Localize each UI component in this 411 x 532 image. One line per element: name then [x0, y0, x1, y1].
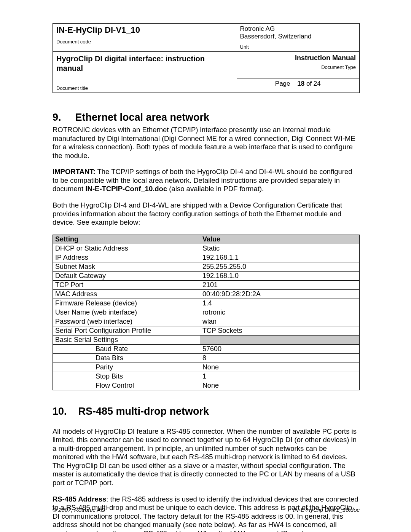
- table-row: MAC Address00:40:9D:28:2D:2A: [53, 289, 360, 299]
- indent-cell: [53, 372, 93, 381]
- setting-sub-name: Parity: [93, 363, 200, 372]
- document-code-label: Document code: [56, 39, 234, 45]
- setting-section-value: [200, 335, 359, 344]
- table-row: TCP Port2101: [53, 280, 360, 289]
- setting-value: 00:40:9D:28:2D:2A: [200, 289, 359, 299]
- section-9-para-3: Both the HygroClip DI-4 and DI-4-WL are …: [53, 201, 360, 227]
- table-row: IP Address192.168.1.1: [53, 253, 360, 262]
- settings-table: Setting Value DHCP or Static AddressStat…: [53, 235, 360, 390]
- table-row: DHCP or Static AddressStatic: [53, 244, 360, 253]
- important-doc-ref: IN-E-TCPIP-Conf_10.doc: [85, 185, 167, 193]
- document-type-label: Document Type: [240, 64, 356, 70]
- col-header-setting: Setting: [53, 235, 200, 244]
- setting-name: MAC Address: [53, 289, 200, 299]
- table-row: User Name (web interface)rotronic: [53, 308, 360, 317]
- setting-name: Subnet Mask: [53, 262, 200, 271]
- document-header-table: IN-E-HyClip DI-V1_10 Document code Rotro…: [53, 23, 360, 93]
- table-row: Firmware Release (device)1.4: [53, 299, 360, 308]
- setting-name: IP Address: [53, 253, 200, 262]
- setting-sub-value: None: [200, 381, 359, 390]
- setting-value: 192.168.1.1: [200, 253, 359, 262]
- section-9-para-1: ROTRONIC devices with an Ethernet (TCP/I…: [53, 126, 360, 160]
- company-location: Bassersdorf, Switzerland: [240, 33, 312, 40]
- col-header-value: Value: [200, 235, 359, 244]
- document-code: IN-E-HyClip DI-V1_10: [56, 25, 140, 35]
- important-label: IMPORTANT:: [53, 168, 96, 176]
- setting-value: 1.4: [200, 299, 359, 308]
- rs485-address-label: RS-485 Address: [53, 495, 106, 503]
- setting-sub-value: 8: [200, 353, 359, 363]
- setting-section-name: Basic Serial Settings: [53, 335, 200, 344]
- indent-cell: [53, 344, 93, 353]
- instruction-manual-label: Instruction Manual: [240, 54, 356, 62]
- setting-name: Password (web interface): [53, 317, 200, 326]
- table-sub-row: ParityNone: [53, 363, 360, 372]
- setting-value: TCP Sockets: [200, 326, 359, 335]
- setting-sub-name: Flow Control: [93, 381, 200, 390]
- table-sub-row: Flow ControlNone: [53, 381, 360, 390]
- section-10-para-1: All models of HygroClip DI feature a RS-…: [53, 427, 360, 487]
- company-name: Rotronic AG: [240, 25, 275, 32]
- document-title: HygroClip DI digital interface: instruct…: [56, 54, 205, 72]
- table-row: Password (web interface)wlan: [53, 317, 360, 326]
- table-section-row: Basic Serial Settings: [53, 335, 360, 344]
- setting-sub-value: 1: [200, 372, 359, 381]
- setting-value: 2101: [200, 280, 359, 289]
- indent-cell: [53, 363, 93, 372]
- setting-sub-value: 57600: [200, 344, 359, 353]
- setting-name: Serial Port Configuration Profile: [53, 326, 200, 335]
- setting-sub-name: Stop Bits: [93, 372, 200, 381]
- document-page: IN-E-HyClip DI-V1_10 Document code Rotro…: [0, 0, 411, 532]
- indent-cell: [53, 353, 93, 363]
- section-10-title: RS-485 multi-drop network: [78, 406, 209, 417]
- table-row: Subnet Mask255.255.255.0: [53, 262, 360, 271]
- section-10-address-para: RS-485 Address: the RS-485 address is us…: [53, 495, 360, 532]
- section-9-heading: 9. Ethernet local area network: [53, 112, 360, 123]
- setting-sub-name: Data Bits: [93, 353, 200, 363]
- footer-copyright: © 2007; Rotronic AG: [53, 506, 105, 513]
- setting-name: DHCP or Static Address: [53, 244, 200, 253]
- footer-filename: IN-E-HyClip DI-V1_10.doc: [293, 506, 360, 513]
- setting-value: Static: [200, 244, 359, 253]
- section-10-number: 10.: [53, 406, 75, 417]
- table-sub-row: Stop Bits1: [53, 372, 360, 381]
- table-sub-row: Data Bits8: [53, 353, 360, 363]
- setting-value: rotronic: [200, 308, 359, 317]
- setting-name: User Name (web interface): [53, 308, 200, 317]
- section-9-title: Ethernet local area network: [75, 112, 210, 123]
- important-text-2: (also available in PDF format).: [167, 185, 264, 193]
- page-footer: © 2007; Rotronic AG IN-E-HyClip DI-V1_10…: [53, 506, 360, 513]
- setting-value: 192.168.1.0: [200, 271, 359, 280]
- page-number: 18: [297, 80, 304, 87]
- setting-name: TCP Port: [53, 280, 200, 289]
- section-10-heading: 10. RS-485 multi-drop network: [53, 406, 360, 417]
- setting-value: 255.255.255.0: [200, 262, 359, 271]
- section-9-important: IMPORTANT: The TCP/IP settings of both t…: [53, 168, 360, 193]
- document-title-label: Document title: [56, 85, 234, 91]
- page-label: Page: [275, 80, 290, 87]
- unit-label: Unit: [240, 44, 356, 50]
- table-row: Default Gateway192.168.1.0: [53, 271, 360, 280]
- setting-sub-name: Baud Rate: [93, 344, 200, 353]
- indent-cell: [53, 381, 93, 390]
- table-sub-row: Baud Rate57600: [53, 344, 360, 353]
- section-9-number: 9.: [53, 112, 72, 123]
- table-row: Serial Port Configuration ProfileTCP Soc…: [53, 326, 360, 335]
- setting-name: Default Gateway: [53, 271, 200, 280]
- page-total: of 24: [304, 80, 321, 87]
- setting-sub-value: None: [200, 363, 359, 372]
- setting-value: wlan: [200, 317, 359, 326]
- setting-name: Firmware Release (device): [53, 299, 200, 308]
